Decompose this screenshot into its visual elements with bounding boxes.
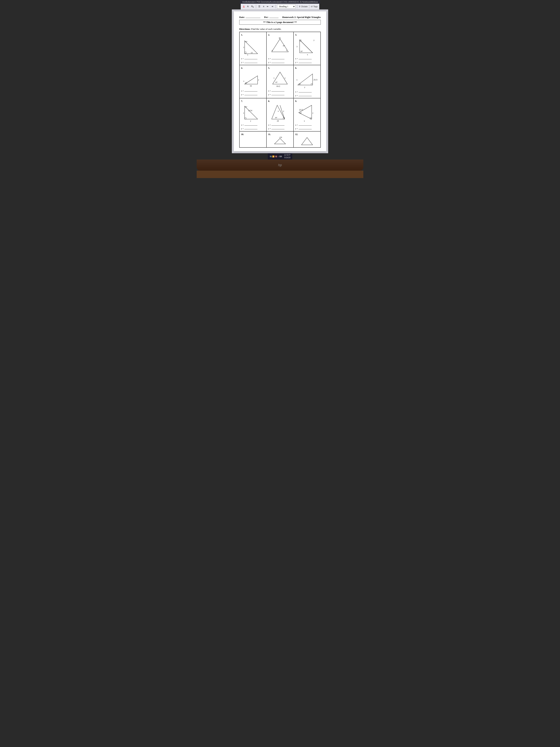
problem-9: 9. 22√3 60° y x x =	[294, 98, 321, 131]
problem-2-y-line: y =	[268, 60, 292, 63]
problem-3-num: 3.	[295, 33, 319, 36]
svg-marker-55	[301, 137, 313, 145]
problem-2-x-field[interactable]	[271, 57, 285, 59]
font-color-button[interactable]: A	[242, 5, 245, 8]
svg-text:y: y	[258, 79, 259, 81]
numbered-list-button[interactable]: ≡	[262, 5, 265, 8]
problem-3-x-field[interactable]	[299, 57, 312, 59]
date-value[interactable]	[245, 15, 260, 18]
svg-text:60°: 60°	[299, 83, 301, 85]
problem-7-y-field[interactable]	[244, 127, 258, 129]
problem-11: 11. √10	[266, 131, 294, 148]
problem-5-x-field[interactable]	[271, 89, 285, 92]
problem-5-triangle: x y 45° 10√2	[270, 70, 290, 88]
problem-7-x-field[interactable]	[244, 123, 258, 126]
user-name: Melissa	[311, 1, 318, 3]
per-field: Per:	[264, 15, 278, 19]
problem-6-y-label: y =	[295, 94, 298, 97]
homework-title: Homework 2: Special Right Triangles	[282, 16, 321, 19]
svg-rect-35	[245, 118, 246, 119]
problem-5-y-field[interactable]	[271, 93, 285, 95]
problem-8: 8. x y 30° 24 x =	[266, 98, 294, 131]
problem-6-answers: x = y =	[295, 90, 319, 97]
svg-text:x: x	[273, 77, 274, 79]
two-page-notice-container: ** This is a 2-page document! **	[239, 20, 321, 26]
problem-1-y-field[interactable]	[244, 60, 258, 63]
problem-3-triangle: y 3 60° x	[296, 37, 318, 56]
font-button[interactable]: A	[246, 5, 249, 8]
taskbar-icons: 📷 📶 🔇 ♪ ⌨	[270, 155, 282, 157]
problem-4-x-label: x =	[241, 90, 244, 92]
indent-less-button[interactable]: ⇤	[266, 5, 269, 8]
time-display: 12:53 P	[284, 154, 290, 156]
problem-6-x-field[interactable]	[299, 90, 312, 93]
svg-marker-53	[274, 138, 286, 144]
svg-marker-41	[272, 105, 285, 119]
problem-3-x-label: x =	[295, 57, 298, 60]
problem-10: 10.	[239, 131, 266, 148]
problem-11-num: 11.	[268, 133, 292, 136]
problem-9-answers: x = y =	[295, 123, 319, 130]
problem-12-num: 12.	[295, 133, 319, 136]
toolbar: A A Ao ☰ ≡ ⇤ ⇥ Heading 1 🎙 Dictate 🏷 Tag…	[241, 4, 319, 9]
problem-9-x-label: x =	[295, 124, 298, 126]
problem-9-y-field[interactable]	[299, 127, 312, 129]
problem-7-num: 7.	[241, 100, 265, 103]
separator-3	[297, 5, 297, 8]
doc-header: Date: Per: Homework 2: Special Right Tri…	[239, 15, 321, 19]
tags-button[interactable]: 🏷 Tags	[311, 5, 318, 7]
problem-4-x-line: x =	[241, 89, 265, 92]
problem-1-x-line: x =	[241, 57, 265, 60]
problem-6-num: 6.	[295, 67, 319, 70]
problem-7-x-label: x =	[241, 124, 244, 126]
problem-5-y-line: y =	[268, 93, 292, 96]
svg-marker-34	[245, 106, 258, 119]
problem-4-y-label: y =	[241, 93, 244, 96]
problem-6-y-field[interactable]	[299, 94, 312, 96]
problem-7-y-label: y =	[241, 127, 244, 130]
problem-11-triangle: √10	[273, 136, 287, 146]
svg-text:10√2: 10√2	[276, 85, 280, 87]
hp-logo: hp	[278, 163, 282, 167]
problem-2-answers: x = y =	[268, 57, 292, 63]
problem-4-num: 4.	[241, 67, 265, 70]
problem-8-y-field[interactable]	[271, 127, 285, 129]
svg-text:x: x	[272, 49, 273, 51]
problem-3-y-field[interactable]	[299, 60, 312, 63]
laptop-body: hp	[197, 159, 363, 171]
problem-8-x-field[interactable]	[271, 123, 285, 126]
problem-2-triangle: 30 45° x y	[270, 37, 290, 56]
font-size-button[interactable]: Ao	[250, 5, 255, 8]
directions: Directions: Find the value of each varia…	[239, 28, 321, 31]
microphone-icon: 🎙	[299, 5, 301, 7]
problem-1-y-label: y =	[241, 61, 244, 63]
problem-7-answers: x = y =	[241, 123, 265, 130]
problem-2-y-field[interactable]	[271, 60, 285, 63]
problem-4-x-field[interactable]	[244, 89, 258, 92]
problem-4-y-field[interactable]	[244, 93, 258, 95]
problem-1-y-line: y =	[241, 60, 265, 63]
svg-text:3: 3	[296, 46, 297, 48]
per-value[interactable]	[269, 15, 278, 18]
problem-7-x-line: x =	[241, 123, 265, 126]
problem-12-triangle	[300, 136, 315, 146]
problem-7-y-line: y =	[241, 127, 265, 130]
style-dropdown[interactable]: Heading 1	[277, 4, 296, 8]
problem-5: 5. x y 45° 10√2 x = y =	[266, 65, 294, 98]
dictate-button[interactable]: 🎙 Dictate	[299, 5, 308, 7]
problem-1-x-field[interactable]	[244, 57, 258, 59]
problem-9-y-label: y =	[295, 127, 298, 130]
svg-text:2√14: 2√14	[248, 109, 252, 111]
problem-6-y-line: y =	[295, 94, 319, 97]
problem-8-y-line: y =	[268, 127, 292, 130]
indent-more-button[interactable]: ⇥	[271, 5, 274, 8]
problem-5-x-label: x =	[268, 90, 271, 92]
svg-text:45°: 45°	[275, 81, 278, 83]
bullet-list-button[interactable]: ☰	[258, 5, 261, 8]
problem-9-x-field[interactable]	[299, 123, 312, 126]
svg-text:y: y	[314, 39, 315, 41]
problem-2-x-line: x =	[268, 57, 292, 60]
problem-6-triangle: x 25√3 60° y	[296, 70, 318, 89]
svg-text:30: 30	[279, 37, 281, 39]
problem-6: 6. x 25√3 60° y x =	[294, 65, 321, 98]
